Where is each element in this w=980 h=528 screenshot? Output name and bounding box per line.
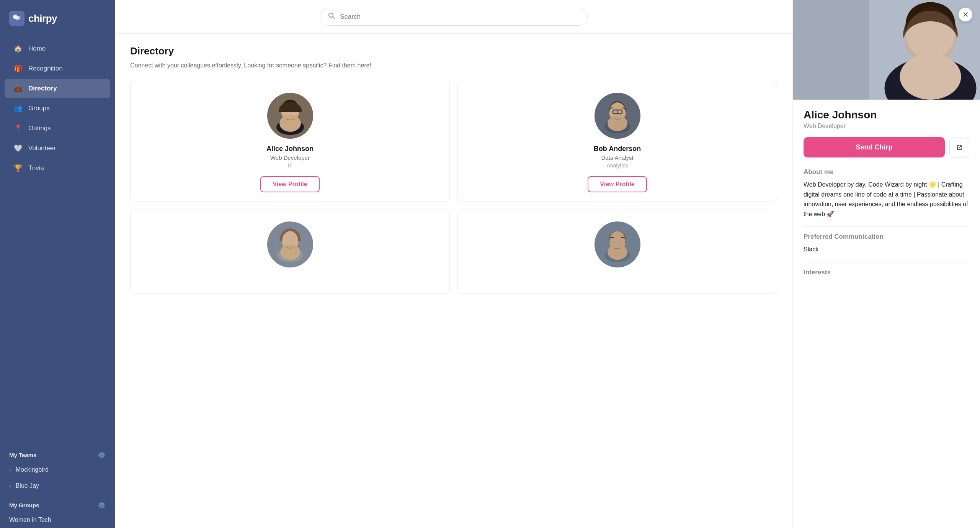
sidebar-item-groups-label: Groups (28, 105, 50, 112)
app-name: chirpy (28, 13, 57, 25)
search-icon (328, 12, 335, 21)
profile-card-person3 (130, 210, 450, 294)
main-nav: 🏠 Home 🎁 Recognition 💼 Directory 👥 Group… (0, 35, 115, 444)
sidebar-item-groups[interactable]: 👥 Groups (5, 99, 110, 118)
svg-point-19 (280, 244, 300, 260)
profile-card-alice: Alice Johnson Web Developer IT View Prof… (130, 81, 450, 202)
bob-name: Bob Anderson (594, 145, 641, 153)
sidebar: chirpy 🏠 Home 🎁 Recognition 💼 Directory … (0, 0, 115, 528)
sidebar-item-recognition[interactable]: 🎁 Recognition (5, 59, 110, 78)
app-logo: chirpy (0, 0, 115, 35)
sidebar-item-recognition-label: Recognition (28, 65, 63, 72)
my-teams-section: My Teams ⚙️ (0, 444, 115, 462)
search-input[interactable] (340, 13, 580, 21)
home-icon: 🏠 (14, 44, 22, 53)
view-profile-alice-button[interactable]: View Profile (260, 176, 319, 192)
alice-dept: IT (287, 162, 292, 169)
directory-subtitle: Connect with your colleagues effortlessl… (130, 61, 777, 70)
profile-detail-panel: ✕ Alice Johnson Web Developer Send Chirp… (792, 0, 980, 528)
logo-icon (9, 11, 24, 26)
alice-name: Alice Johnson (266, 145, 314, 153)
avatar-person4 (595, 221, 640, 267)
groups-gear-icon[interactable]: ⚙️ (98, 502, 106, 509)
avatar-person3 (267, 221, 313, 267)
sidebar-item-trivia-label: Trivia (28, 164, 44, 172)
avatar-bob (595, 93, 640, 139)
about-me-text: Web Developer by day, Code Wizard by nig… (804, 180, 969, 219)
avatar-alice (267, 93, 313, 139)
groups-icon: 👥 (14, 104, 22, 113)
preferred-comm-heading: Preferred Communication (804, 233, 969, 241)
search-bar-container (115, 0, 792, 34)
main-content: Directory Connect with your colleagues e… (115, 0, 792, 528)
sidebar-item-outings-label: Outings (28, 125, 51, 132)
team-mockingbird-label: Mockingbird (16, 466, 49, 473)
chevron-icon: › (9, 467, 11, 473)
sidebar-item-volunteer-label: Volunteer (28, 144, 56, 152)
volunteer-icon: 🤍 (14, 144, 22, 152)
divider-2 (804, 262, 969, 262)
close-panel-button[interactable]: ✕ (959, 8, 972, 21)
group-women-in-tech-label: Women in Tech (9, 517, 51, 523)
profile-full-name: Alice Johnson (804, 109, 969, 121)
team-mockingbird[interactable]: › Mockingbird (0, 462, 115, 478)
sidebar-item-directory-label: Directory (28, 85, 57, 92)
divider-1 (804, 226, 969, 227)
profile-header-image (793, 0, 980, 100)
recognition-icon: 🎁 (14, 64, 22, 73)
sidebar-item-home[interactable]: 🏠 Home (5, 39, 110, 58)
sidebar-item-volunteer[interactable]: 🤍 Volunteer (5, 139, 110, 158)
alice-role: Web Developer (270, 154, 310, 161)
send-chirp-button[interactable]: Send Chirp (804, 137, 945, 157)
directory-title: Directory (130, 45, 777, 57)
svg-point-30 (900, 54, 961, 100)
external-link-button[interactable] (949, 138, 969, 157)
directory-section: Directory Connect with your colleagues e… (115, 34, 792, 305)
my-teams-label: My Teams (9, 452, 36, 458)
about-me-heading: About me (804, 168, 969, 176)
profile-job-title: Web Developer (804, 123, 969, 130)
sidebar-item-trivia[interactable]: 🏆 Trivia (5, 159, 110, 178)
search-bar (320, 8, 588, 26)
trivia-icon: 🏆 (14, 164, 22, 172)
svg-line-2 (333, 17, 335, 19)
svg-point-24 (608, 244, 627, 260)
team-bluejay-label: Blue Jay (16, 482, 39, 489)
bob-dept: Analytics (606, 162, 628, 169)
team-bluejay[interactable]: › Blue Jay (0, 478, 115, 494)
view-profile-bob-button[interactable]: View Profile (588, 176, 647, 192)
teams-gear-icon[interactable]: ⚙️ (98, 451, 106, 459)
directory-icon: 💼 (14, 84, 22, 93)
sidebar-item-outings[interactable]: 📍 Outings (5, 119, 110, 138)
chevron-icon-2: › (9, 483, 11, 489)
preferred-comm-value: Slack (804, 244, 969, 254)
sidebar-item-home-label: Home (28, 45, 46, 52)
svg-point-14 (608, 116, 627, 131)
bob-role: Data Analyst (601, 154, 633, 161)
my-groups-label: My Groups (9, 502, 39, 508)
profile-info: Alice Johnson Web Developer Send Chirp A… (793, 100, 980, 289)
group-women-in-tech[interactable]: Women in Tech (0, 512, 115, 528)
svg-point-7 (279, 115, 301, 132)
people-grid: Alice Johnson Web Developer IT View Prof… (130, 81, 777, 294)
profile-card-person4 (457, 210, 777, 294)
outings-icon: 📍 (14, 124, 22, 133)
action-buttons-row: Send Chirp (804, 137, 969, 157)
profile-card-bob: Bob Anderson Data Analyst Analytics View… (457, 81, 777, 202)
my-groups-section: My Groups ⚙️ (0, 494, 115, 512)
sidebar-item-directory[interactable]: 💼 Directory (5, 79, 110, 98)
interests-heading: Interests (804, 269, 969, 276)
